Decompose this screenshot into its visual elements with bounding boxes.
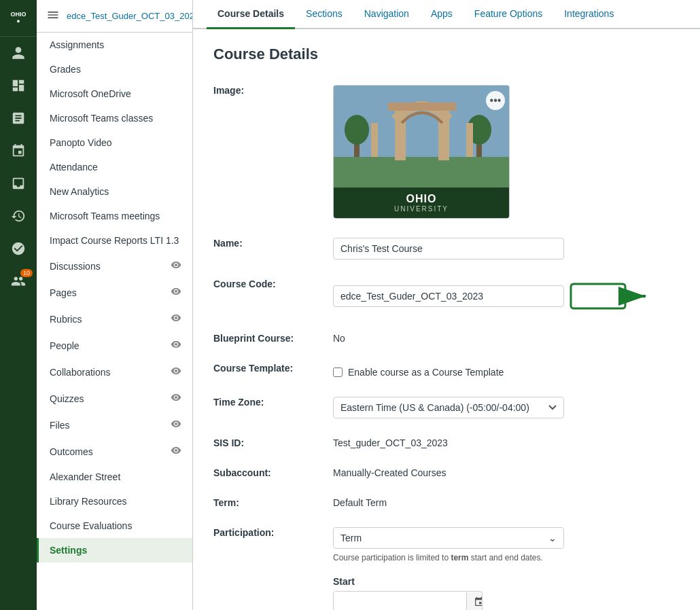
sidebar: edce_Test_Guder_OCT_03_2023 > Settings A… bbox=[37, 0, 193, 610]
sidebar-item-settings[interactable]: Settings bbox=[37, 538, 192, 562]
notifications-badge: 10 bbox=[20, 269, 33, 277]
sidebar-item-label-people: People bbox=[50, 340, 171, 351]
sidebar-item-label-discussions: Discussions bbox=[50, 261, 171, 272]
sidebar-item-label-impact-course-reports: Impact Course Reports LTI 1.3 bbox=[50, 235, 181, 246]
logo-text: OHIO● bbox=[10, 12, 26, 25]
term-row: Term: Default Term bbox=[213, 492, 680, 508]
sidebar-item-label-rubrics: Rubrics bbox=[50, 314, 171, 325]
course-template-checkbox-label[interactable]: Enable course as a Course Template bbox=[348, 367, 504, 378]
sidebar-item-collaborations[interactable]: Collaborations bbox=[37, 359, 192, 385]
sidebar-item-eye-quizzes[interactable] bbox=[171, 392, 181, 405]
blueprint-row: Blueprint Course: No bbox=[213, 327, 680, 344]
start-date-calendar-button[interactable] bbox=[466, 592, 483, 610]
svg-rect-9 bbox=[371, 123, 378, 157]
course-template-row: Course Template: Enable course as a Cour… bbox=[213, 357, 680, 378]
content-area: Course DetailsSectionsNavigationAppsFeat… bbox=[193, 0, 700, 610]
course-image: ••• bbox=[334, 86, 510, 187]
icon-rail: OHIO● 10 bbox=[0, 0, 37, 610]
sidebar-navigation: AssignmentsGradesMicrosoft OneDriveMicro… bbox=[37, 33, 192, 610]
sidebar-item-label-microsoft-teams-classes: Microsoft Teams classes bbox=[50, 113, 181, 124]
sidebar-item-people[interactable]: People bbox=[37, 332, 192, 359]
sidebar-item-eye-files[interactable] bbox=[171, 418, 181, 431]
rail-icon-commons[interactable] bbox=[0, 232, 37, 265]
sidebar-item-assignments[interactable]: Assignments bbox=[37, 33, 192, 57]
tab-navigation[interactable]: Navigation bbox=[353, 0, 420, 29]
sis-id-value: Test_guder_OCT_03_2023 bbox=[333, 432, 680, 448]
svg-point-6 bbox=[345, 115, 369, 145]
svg-rect-10 bbox=[466, 123, 473, 157]
rail-icon-notifications[interactable]: 10 bbox=[0, 265, 37, 298]
sidebar-item-label-alexander-street: Alexander Street bbox=[50, 471, 181, 482]
name-label: Name: bbox=[213, 232, 322, 249]
sidebar-item-label-collaborations: Collaborations bbox=[50, 367, 171, 378]
sidebar-item-eye-rubrics[interactable] bbox=[171, 312, 181, 325]
sidebar-item-panopto-video[interactable]: Panopto Video bbox=[37, 130, 192, 155]
rail-icon-dashboard[interactable] bbox=[0, 69, 37, 102]
sidebar-item-eye-collaborations[interactable] bbox=[171, 365, 181, 378]
sidebar-item-eye-outcomes[interactable] bbox=[171, 445, 181, 458]
sidebar-item-attendance[interactable]: Attendance bbox=[37, 155, 192, 179]
name-input[interactable] bbox=[333, 238, 564, 259]
sidebar-item-microsoft-teams-meetings[interactable]: Microsoft Teams meetings bbox=[37, 204, 192, 228]
sidebar-item-microsoft-onedrive[interactable]: Microsoft OneDrive bbox=[37, 82, 192, 106]
tab-apps[interactable]: Apps bbox=[420, 0, 463, 29]
start-label: Start bbox=[333, 576, 680, 587]
sidebar-item-grades[interactable]: Grades bbox=[37, 57, 192, 82]
rail-icon-courses[interactable] bbox=[0, 102, 37, 134]
tab-feature-options[interactable]: Feature Options bbox=[463, 0, 553, 29]
sidebar-item-microsoft-teams-classes[interactable]: Microsoft Teams classes bbox=[37, 106, 192, 130]
image-options-button[interactable]: ••• bbox=[486, 91, 505, 110]
sidebar-item-label-library-resources: Library Resources bbox=[50, 496, 181, 507]
sidebar-item-label-quizzes: Quizzes bbox=[50, 393, 171, 404]
sidebar-item-eye-pages[interactable] bbox=[171, 286, 181, 299]
subaccount-label: Subaccount: bbox=[213, 462, 322, 478]
course-template-checkbox[interactable] bbox=[333, 367, 343, 377]
sidebar-item-files[interactable]: Files bbox=[37, 412, 192, 438]
image-footer: OHIO UNIVERSITY bbox=[334, 187, 509, 218]
rail-icon-inbox[interactable] bbox=[0, 167, 37, 200]
rail-icon-history[interactable] bbox=[0, 200, 37, 232]
sidebar-item-label-assignments: Assignments bbox=[50, 39, 181, 50]
timezone-select[interactable]: Eastern Time (US & Canada) (-05:00/-04:0… bbox=[333, 397, 564, 418]
sidebar-item-eye-discussions[interactable] bbox=[171, 259, 181, 272]
participation-label: Participation: bbox=[213, 522, 322, 538]
rail-icon-calendar[interactable] bbox=[0, 134, 37, 167]
arrow-annotation bbox=[570, 279, 648, 314]
sidebar-item-eye-people[interactable] bbox=[171, 339, 181, 352]
tabs-bar: Course DetailsSectionsNavigationAppsFeat… bbox=[193, 0, 700, 29]
course-code-value bbox=[333, 273, 680, 314]
sidebar-item-pages[interactable]: Pages bbox=[37, 279, 192, 306]
sidebar-item-label-grades: Grades bbox=[50, 64, 181, 75]
sidebar-item-label-pages: Pages bbox=[50, 287, 171, 298]
ohio-text: OHIO bbox=[342, 193, 501, 205]
term-value: Default Term bbox=[333, 492, 680, 508]
sidebar-item-impact-course-reports[interactable]: Impact Course Reports LTI 1.3 bbox=[37, 228, 192, 253]
svg-rect-1 bbox=[334, 157, 510, 187]
sidebar-item-course-evaluations[interactable]: Course Evaluations bbox=[37, 514, 192, 538]
rail-icon-account[interactable] bbox=[0, 37, 37, 69]
participation-note: Course participation is limited to term … bbox=[333, 553, 564, 562]
sidebar-item-quizzes[interactable]: Quizzes bbox=[37, 385, 192, 412]
hamburger-button[interactable] bbox=[45, 7, 61, 25]
course-template-value: Enable course as a Course Template bbox=[333, 357, 680, 378]
breadcrumb-link[interactable]: edce_Test_Guder_OCT_03_2023 bbox=[67, 11, 193, 21]
participation-select[interactable]: Term ⌄ bbox=[333, 527, 564, 549]
tab-integrations[interactable]: Integrations bbox=[553, 0, 625, 29]
logo: OHIO● bbox=[0, 0, 37, 37]
sidebar-item-discussions[interactable]: Discussions bbox=[37, 253, 192, 279]
sidebar-item-library-resources[interactable]: Library Resources bbox=[37, 489, 192, 514]
timezone-label: Time Zone: bbox=[213, 391, 322, 408]
sidebar-item-rubrics[interactable]: Rubrics bbox=[37, 306, 192, 332]
tab-course-details[interactable]: Course Details bbox=[207, 0, 295, 29]
sidebar-item-alexander-street[interactable]: Alexander Street bbox=[37, 465, 192, 489]
sidebar-item-new-analytics[interactable]: New Analytics bbox=[37, 179, 192, 204]
course-code-input[interactable] bbox=[333, 285, 564, 307]
sidebar-header: edce_Test_Guder_OCT_03_2023 > Settings bbox=[37, 0, 192, 33]
tab-sections[interactable]: Sections bbox=[295, 0, 353, 29]
name-row: Name: bbox=[213, 232, 680, 259]
start-date-input[interactable] bbox=[334, 592, 466, 610]
image-value: ••• OHIO UNIVERSITY bbox=[333, 79, 680, 219]
sidebar-item-outcomes[interactable]: Outcomes bbox=[37, 438, 192, 465]
course-template-checkbox-row: Enable course as a Course Template bbox=[333, 367, 680, 378]
svg-rect-12 bbox=[571, 284, 625, 308]
